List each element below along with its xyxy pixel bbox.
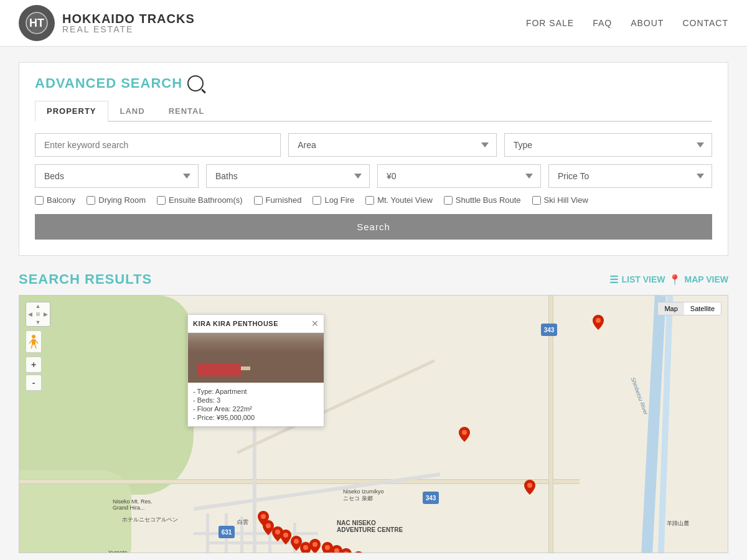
route-badge-top: 343 <box>541 324 557 336</box>
map-pin-13[interactable] <box>341 548 352 553</box>
map-pin-1[interactable] <box>593 315 604 330</box>
map-type-buttons: Map Satellite <box>657 302 721 315</box>
main-nav: FOR SALE FAQ ABOUT CONTACT <box>526 18 728 28</box>
label-shinbetsu: Shinbetsu River <box>630 376 649 416</box>
checkbox-furnished[interactable]: Furnished <box>254 195 302 205</box>
svg-point-10 <box>303 545 308 550</box>
results-section: SEARCH RESULTS ☰ LIST VIEW 📍 MAP VIEW <box>19 271 728 553</box>
svg-line-23 <box>31 345 32 348</box>
svg-point-5 <box>261 514 266 519</box>
logo-text: HOKKAIDO TRACKS REAL ESTATE <box>62 12 195 34</box>
svg-rect-20 <box>32 339 35 345</box>
checkbox-drying-room[interactable]: Drying Room <box>87 195 146 205</box>
pan-left[interactable]: ◀ <box>28 311 32 317</box>
svg-point-4 <box>527 483 532 488</box>
main-content: ADVANCED SEARCH PROPERTY LAND RENTAL Are… <box>0 47 747 560</box>
popup-details: - Type: Apartment - Beds: 3 - Floor Area… <box>188 383 324 426</box>
list-icon: ☰ <box>609 274 618 286</box>
map-button[interactable]: Map <box>658 302 684 315</box>
search-section: ADVANCED SEARCH PROPERTY LAND RENTAL Are… <box>19 62 728 256</box>
svg-line-21 <box>29 340 32 343</box>
logo-brand: HOKKAIDO TRACKS <box>62 12 195 25</box>
svg-point-2 <box>596 318 601 323</box>
popup-img-sofa <box>197 364 241 376</box>
area-select[interactable]: Area <box>288 133 496 157</box>
checkbox-mt-youtei[interactable]: Mt. Youtei View <box>365 195 433 205</box>
tab-property[interactable]: PROPERTY <box>35 101 108 122</box>
svg-point-19 <box>32 335 35 338</box>
price-to-select[interactable]: Price To <box>548 164 712 188</box>
popup-close-button[interactable]: ✕ <box>311 319 319 329</box>
search-icon <box>187 75 204 91</box>
popup-type: - Type: Apartment <box>193 388 319 395</box>
svg-text:HT: HT <box>29 17 44 29</box>
checkbox-ski-hill[interactable]: Ski Hill View <box>532 195 588 205</box>
beds-select[interactable]: Beds <box>35 164 199 188</box>
tab-land[interactable]: LAND <box>108 101 157 122</box>
checkbox-balcony[interactable]: Balcony <box>35 195 75 205</box>
checkbox-ensuite[interactable]: Ensuite Bathroom(s) <box>157 195 243 205</box>
type-select[interactable]: Type <box>504 133 712 157</box>
map-pin-3[interactable] <box>524 480 535 495</box>
popup-floor-area: - Floor Area: 222m² <box>193 405 319 413</box>
nav-faq[interactable]: FAQ <box>593 18 612 28</box>
pan-up[interactable]: ▲ <box>35 303 41 309</box>
svg-point-6 <box>266 523 271 528</box>
popup-beds: - Beds: 3 <box>193 396 319 404</box>
label-nac: NAC NISEKOADVENTURE CENTRE <box>337 520 403 533</box>
results-title: SEARCH RESULTS <box>19 271 152 287</box>
logo-icon: HT <box>19 5 55 41</box>
map-view-btn[interactable]: 📍 MAP VIEW <box>669 274 728 286</box>
svg-line-22 <box>35 340 38 343</box>
results-header: SEARCH RESULTS ☰ LIST VIEW 📍 MAP VIEW <box>19 271 728 287</box>
header: HT HOKKAIDO TRACKS REAL ESTATE FOR SALE … <box>0 0 747 47</box>
checkbox-shuttle[interactable]: Shuttle Bus Route <box>444 195 521 205</box>
nav-contact[interactable]: CONTACT <box>682 18 728 28</box>
pan-right[interactable]: ▶ <box>44 311 48 317</box>
svg-point-9 <box>294 539 299 544</box>
map-background: 343 343 631 ニセコマウンデンリゾートグランヒラフ しゅぽっぽヌプリ工… <box>19 296 728 553</box>
svg-point-3 <box>462 430 467 435</box>
popup-title: KIRA KIRA PENTHOUSE <box>193 320 278 327</box>
nav-for-sale[interactable]: FOR SALE <box>526 18 574 28</box>
zoom-in-button[interactable]: + <box>26 357 42 373</box>
map-controls: ▲ ◀ ▶ ▼ <box>26 302 50 391</box>
satellite-button[interactable]: Satellite <box>684 302 721 315</box>
pan-down[interactable]: ▼ <box>35 319 41 325</box>
tab-rental[interactable]: RENTAL <box>157 101 217 122</box>
checkboxes-row: Balcony Drying Room Ensuite Bathroom(s) … <box>35 195 712 205</box>
route-badge-631: 631 <box>218 526 235 538</box>
map-popup: KIRA KIRA PENTHOUSE ✕ - Type: Apartment … <box>187 314 324 427</box>
checkbox-log-fire[interactable]: Log Fire <box>312 195 354 205</box>
keyword-input[interactable] <box>35 133 281 157</box>
pan-control[interactable]: ▲ ◀ ▶ ▼ <box>26 302 50 327</box>
search-row-1: Area Type <box>35 133 712 157</box>
svg-line-24 <box>35 345 36 348</box>
zoom-out-button[interactable]: - <box>26 375 42 391</box>
svg-point-7 <box>275 530 280 534</box>
search-button[interactable]: Search <box>35 214 712 240</box>
street-view-button[interactable] <box>26 330 42 353</box>
logo-sub: REAL ESTATE <box>62 25 195 34</box>
popup-price: - Price: ¥95,000,000 <box>193 414 319 421</box>
baths-select[interactable]: Baths <box>206 164 370 188</box>
search-title-text: ADVANCED SEARCH <box>35 75 182 91</box>
search-tabs: PROPERTY LAND RENTAL <box>35 101 712 122</box>
map-container[interactable]: 343 343 631 ニセコマウンデンリゾートグランヒラフ しゅぽっぽヌプリ工… <box>19 295 728 553</box>
search-row-2: Beds Baths ¥0 Price To <box>35 164 712 188</box>
map-pin-2[interactable] <box>459 427 470 442</box>
view-toggle: ☰ LIST VIEW 📍 MAP VIEW <box>609 274 728 286</box>
svg-point-13 <box>334 548 339 553</box>
map-pin-10[interactable] <box>309 539 321 553</box>
logo-area: HT HOKKAIDO TRACKS REAL ESTATE <box>19 5 195 41</box>
list-view-btn[interactable]: ☰ LIST VIEW <box>609 274 665 286</box>
map-pin-14[interactable] <box>353 551 364 553</box>
map-road-h2 <box>194 532 318 535</box>
route-badge-mid: 343 <box>423 492 439 504</box>
nav-about[interactable]: ABOUT <box>631 18 664 28</box>
map-pin-7[interactable] <box>280 530 291 544</box>
label-izumikyo: Niseko Izumikyoニセコ 泉郷 <box>343 488 384 503</box>
popup-header: KIRA KIRA PENTHOUSE ✕ <box>188 315 324 333</box>
map-road-d1 <box>194 472 441 511</box>
price-from-select[interactable]: ¥0 <box>377 164 541 188</box>
